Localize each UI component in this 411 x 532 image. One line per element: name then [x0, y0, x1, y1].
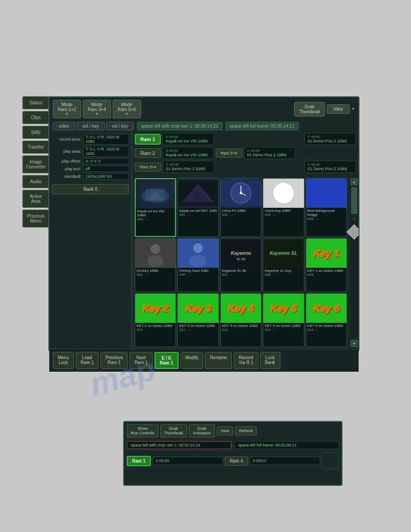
thumbnail-clock-fil[interactable]: Clock Fil 1080i 002 ---: [220, 178, 261, 237]
thumbnail-key4-image: Key 4: [221, 294, 261, 323]
mode-ram12-button[interactable]: Mode Ram 1+2 ▼: [53, 100, 81, 118]
show-run-controls-button[interactable]: ShowRun Controls: [127, 424, 158, 438]
small-panel-right-box: [322, 452, 339, 469]
thumbnail-kayenne-key-label: Kayenne XL Key 008 ---: [263, 268, 304, 278]
thumbnail-chrkey-image: [135, 239, 176, 268]
bank-button[interactable]: Bank 0: [52, 184, 129, 194]
modify-button[interactable]: Modify: [180, 352, 203, 369]
small-space-info-1: space left with crop ram 1: 00:02:12:16: [127, 441, 231, 449]
thumbnail-key6[interactable]: Key 6 KEY 6 on Green 1080i 014 ---: [306, 293, 347, 347]
mode-label-3: Mode: [118, 102, 136, 107]
tab-vid-key-1[interactable]: vid / key: [77, 122, 105, 130]
chevron-down-icon-1: ▼: [58, 112, 76, 116]
sidebar-item-previous-menu[interactable]: PreviousMenu: [22, 210, 49, 227]
record-area-label: record area:: [52, 137, 81, 142]
sidebar-item-stills[interactable]: Stills: [22, 126, 49, 139]
small-ram1-info: 0 00:00: [153, 457, 223, 465]
thumbnail-kayenne-key[interactable]: Kayenne XL Kayenne XL Key 008 ---: [263, 238, 304, 292]
tab-video[interactable]: video: [53, 122, 75, 130]
record-area-row: record area: T: 0 L: 0 R: 1920 B: 1080: [52, 134, 129, 145]
play-offset-label: play offset:: [52, 159, 81, 163]
ram34-button[interactable]: Ram 3+4: [135, 163, 161, 172]
play-pos-row: play pos: off: [52, 166, 129, 172]
ram-row-3: Ram 3+4 C 00:00 01 Demo Pixs 2 1080i C 0…: [135, 161, 356, 173]
ram-row-1: Ram 1 S 00:00 Kayak on Ice VID 1080i C 0…: [135, 133, 356, 145]
thumbnail-kayak-vid[interactable]: Kayak on Ice VID 1080i 000 ---: [135, 178, 176, 237]
thumbnail-key4[interactable]: Key 4 KEY 4 on Green 1080i 012 ---: [220, 293, 261, 347]
small-ram4-info: 0 00/12: [250, 457, 320, 465]
ram-rows: Ram 1 S 00:00 Kayak on Ice VID 1080i C 0…: [132, 131, 359, 176]
key4-text: Key 4: [228, 303, 254, 314]
thumbnail-chrkey-host[interactable]: ChrKey Host 1080 006 ---: [177, 238, 218, 292]
thumbnail-chrkey[interactable]: ChrKey 1080i 005 ---: [135, 238, 176, 292]
thumbnail-kayak-key-label: Kayak on Ice KEY 1080 001 ---: [178, 208, 218, 218]
sidebar-item-clips[interactable]: Clips: [22, 111, 49, 124]
previous-ram1-button[interactable]: PreviousRam 1: [100, 352, 128, 369]
sidebar-item-transfer[interactable]: Transfer: [22, 141, 49, 154]
small-grab-thumbnail-button[interactable]: GrabThumbnail: [160, 424, 187, 438]
thumbnail-key5-label: KEY 5 on Green 1080i 013 ---: [263, 323, 304, 333]
thumbnail-kayak-key[interactable]: Kayak on Ice KEY 1080 001 ---: [177, 178, 218, 237]
record-via-r1-button[interactable]: RecordVia R 1: [234, 352, 258, 369]
ram1-info: S 00:00 Kayak on Ice VID 1080i: [163, 133, 214, 145]
grab-thumbnail-button[interactable]: GrabThumbnail: [294, 102, 325, 116]
thumbnail-key2-label: KEY 2 on Green 1080i 010 ---: [135, 323, 176, 333]
thumbnail-kayak-vid-image: [136, 179, 175, 208]
standard-value: 1920x1080 50i: [83, 173, 129, 180]
thumbnail-kayak-key-image: [178, 179, 218, 208]
small-view-button[interactable]: View: [217, 426, 233, 435]
ram2-button[interactable]: Ram 2: [135, 148, 161, 158]
tab-vid-key-2[interactable]: vid / key: [106, 122, 134, 130]
mode-ram34-button[interactable]: Mode Ram 3+4 ▼: [83, 100, 111, 118]
thumbnail-clock-key[interactable]: Clock Key 1080i 003 ---: [263, 178, 304, 237]
scroll-lines-icon: ≡: [352, 216, 355, 221]
thumbnail-blue-bg[interactable]: Blue Background Image 004 ---: [306, 178, 347, 237]
ram2-right-name: 01 Demo Pixs 2 1080i: [247, 153, 292, 157]
thumbnail-key2[interactable]: Key 2 KEY 2 on Green 1080i 010 ---: [135, 293, 176, 347]
sidebar-item-active-area[interactable]: ActiveArea: [22, 190, 49, 208]
svg-text:Kayenne: Kayenne: [231, 250, 251, 256]
view-button[interactable]: View: [327, 104, 350, 114]
rename-button[interactable]: Rename: [205, 352, 232, 369]
ram1-right-info: C 00:00 01 Demo Pixs 2 1080i: [304, 133, 356, 145]
ram34-right-info: C 00:00 01 Demo Pixs 2 1080i: [304, 161, 356, 173]
key3-text: Key 3: [185, 303, 211, 314]
scroll-up-button[interactable]: ▲: [351, 178, 358, 185]
right-scrollbar: ▲ ≡ ▼: [350, 176, 359, 349]
thumbnail-kayenne-fil-label: Kayenne XL fill 007 ---: [221, 268, 261, 278]
thumbnail-key1-label: KEY 1 on Green 1080i 009 ---: [306, 268, 347, 278]
small-ram1-button[interactable]: Ram 1: [127, 456, 151, 466]
chevron-down-icon-view: ▼: [351, 107, 355, 111]
load-ram1-button[interactable]: LoadRam 1: [76, 352, 98, 369]
key6-text: Key 6: [313, 303, 339, 314]
menu-lock-button[interactable]: MenuLock: [53, 352, 74, 369]
thumbnail-key4-label: KEY 4 on Green 1080i 012 ---: [221, 323, 261, 333]
sidebar-item-image-converter[interactable]: ImageConverter: [22, 155, 49, 173]
thumbnail-key3[interactable]: Key 3 KEY 3 on Green 1080i 011 ---: [177, 293, 218, 347]
svg-rect-14: [306, 180, 347, 206]
mode-ram56-button[interactable]: Mode Ram 5+6 ▼: [113, 100, 141, 118]
ram56-button[interactable]: Ram 5+6: [216, 149, 242, 158]
ram1-button[interactable]: Ram 1: [135, 134, 161, 145]
grab-animation-button[interactable]: GrabAnimation: [189, 424, 215, 438]
key5-text: Key 5: [270, 303, 297, 314]
sub-tabs-row: video vid / key vid / key space left wit…: [49, 121, 359, 131]
small-ram4-button[interactable]: Ram 4: [225, 456, 248, 466]
ee-ram1-button[interactable]: E / ERam 1: [154, 352, 179, 369]
next-ram1-button[interactable]: NextRam 1: [129, 352, 152, 369]
left-sidebar: Status Clips Stills Transfer ImageConver…: [22, 96, 49, 227]
play-area-row: play area: T: 0 L: 0 R: 1920 B: 1080: [52, 146, 129, 157]
lock-bank-button[interactable]: LockBank: [260, 352, 280, 369]
record-area-value: T: 0 L: 0 R: 1920 B: 1080: [83, 134, 129, 145]
refresh-button[interactable]: Refresh: [235, 426, 257, 435]
thumbnail-key3-label: KEY 3 on Green 1080i 011 ---: [178, 323, 218, 333]
svg-point-13: [273, 183, 294, 204]
thumbnail-key1[interactable]: Key 1 KEY 1 on Green 1080i 009 ---: [306, 238, 347, 292]
thumbnail-key5[interactable]: Key 5 KEY 5 on Green 1080i 013 ---: [263, 293, 304, 347]
sidebar-item-status[interactable]: Status: [22, 96, 49, 109]
scroll-down-button[interactable]: ▼: [351, 340, 358, 347]
thumbnail-kayenne-fil[interactable]: Kayenne XL fill Kayenne XL fill 007 ---: [220, 238, 261, 292]
scroll-thumb[interactable]: [351, 187, 357, 214]
sidebar-item-audio[interactable]: Audio: [22, 175, 49, 188]
play-offset-value: X: 0 Y: 0: [83, 158, 129, 164]
